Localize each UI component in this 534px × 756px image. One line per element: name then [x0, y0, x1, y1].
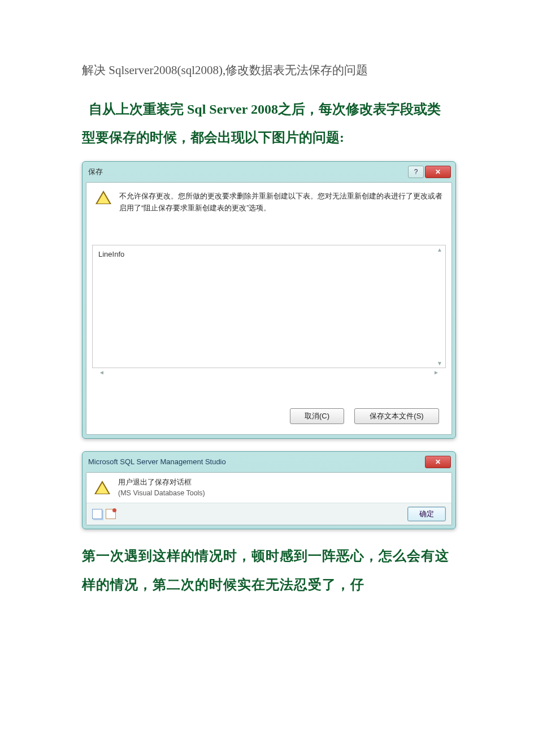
warning-icon: ! [95, 191, 111, 205]
warning-icon: ! [94, 481, 110, 495]
warning-bang: ! [94, 483, 110, 494]
document-outro: 第一次遇到这样的情况时，顿时感到一阵恶心，怎么会有这样的情况，第二次的时候实在无… [82, 542, 452, 599]
vertical-scrollbar[interactable]: ▲ ▼ [435, 247, 444, 366]
details-icon[interactable] [106, 509, 116, 519]
ssms-dialog-title: Microsoft SQL Server Management Studio [88, 457, 226, 466]
ssms-error-dialog: Microsoft SQL Server Management Studio ✕… [82, 451, 456, 530]
ssms-error-line2: (MS Visual Database Tools) [118, 488, 205, 499]
save-dialog-titlebar[interactable]: 保存 ? ✕ [86, 165, 452, 182]
help-button[interactable]: ? [408, 166, 424, 178]
scroll-up-icon[interactable]: ▲ [435, 247, 444, 253]
ssms-error-line1: 用户退出了保存对话框 [118, 477, 205, 488]
warning-bang: ! [95, 193, 111, 204]
scroll-right-icon[interactable]: ► [433, 369, 439, 375]
close-button[interactable]: ✕ [425, 456, 451, 468]
affected-tables-list[interactable]: LineInfo ▲ ▼ [92, 245, 446, 368]
cancel-button[interactable]: 取消(C) [290, 408, 344, 424]
scroll-down-icon[interactable]: ▼ [435, 360, 444, 366]
ssms-dialog-titlebar[interactable]: Microsoft SQL Server Management Studio ✕ [86, 455, 452, 472]
save-dialog-title: 保存 [88, 167, 103, 177]
copy-icon[interactable] [92, 509, 102, 519]
save-dialog: 保存 ? ✕ ! 不允许保存更改。您所做的更改要求删除并重新创建以下表。您对无法… [82, 161, 456, 439]
save-dialog-message: 不允许保存更改。您所做的更改要求删除并重新创建以下表。您对无法重新创建的表进行了… [119, 191, 442, 245]
document-intro: 自从上次重装完 Sql Server 2008之后，每次修改表字段或类型要保存的… [82, 95, 452, 152]
horizontal-scrollbar[interactable]: ◄ ► [95, 368, 442, 377]
scroll-left-icon[interactable]: ◄ [99, 369, 105, 375]
document-title: 解决 Sqlserver2008(sql2008),修改数据表无法保存的问题 [82, 62, 452, 78]
ok-button[interactable]: 确定 [407, 507, 446, 521]
list-item: LineInfo [98, 250, 124, 258]
close-button[interactable]: ✕ [425, 166, 451, 178]
save-text-file-button[interactable]: 保存文本文件(S) [354, 408, 439, 424]
